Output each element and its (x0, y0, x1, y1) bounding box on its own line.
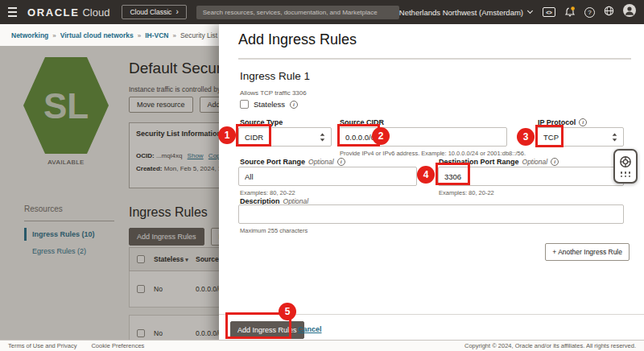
stateless-checkbox[interactable] (240, 100, 249, 109)
ocid-label: OCID: (136, 152, 155, 159)
help-icon[interactable] (584, 7, 595, 18)
destination-port-input[interactable] (438, 167, 624, 186)
resources-divider (24, 221, 114, 221)
panel-title: Add Ingress Rules (238, 31, 357, 48)
panel-divider (238, 58, 631, 60)
description-input[interactable] (238, 204, 624, 224)
ocid-value: ...mqi4xq (156, 152, 182, 159)
life-ring-icon (619, 155, 632, 168)
info-icon[interactable] (551, 158, 559, 166)
select-caret-icon (612, 133, 617, 142)
column-header-source: Source (196, 255, 219, 263)
ip-protocol-label: IP Protocol (538, 118, 587, 126)
breadcrumb-separator-icon (52, 31, 56, 39)
source-cidr-label: Source CIDR (340, 118, 384, 126)
cloud-classic-button[interactable]: Cloud Classic (122, 5, 186, 19)
logo-oracle-text: ORACLE (27, 6, 80, 19)
avatar[interactable] (623, 4, 636, 20)
destination-port-helper: Examples: 80, 20-22 (439, 189, 494, 196)
svg-text:SL: SL (43, 86, 89, 126)
breadcrumb-vcns[interactable]: Virtual cloud networks (60, 31, 134, 39)
cell-stateless: No (154, 329, 196, 337)
globe-language-icon[interactable] (604, 5, 614, 19)
move-resource-button[interactable]: Move resource (129, 97, 193, 113)
add-ingress-rules-panel: Add Ingress Rules Ingress Rule 1 Allows … (219, 24, 644, 340)
cloud-shell-icon[interactable] (543, 7, 555, 17)
rule-subheading: Allows TCP traffic 3306 (240, 89, 307, 97)
source-type-label: Source Type (240, 118, 283, 126)
created-line: Created: Mon, Feb 5, 2024, 11 (136, 165, 231, 172)
topbar-icons (543, 4, 636, 20)
topbar: ORACLE Cloud Cloud Classic Netherlands N… (0, 0, 644, 24)
description-helper: Maximum 255 characters (240, 227, 308, 234)
source-type-value: CIDR (245, 133, 263, 142)
breadcrumb-networking[interactable]: Networking (11, 31, 48, 39)
ocid-line: OCID: ...mqi4xq Show Copy (136, 152, 231, 159)
destination-port-label: Destination Port Range Optional (439, 158, 559, 166)
stateless-row: Stateless (240, 100, 298, 109)
info-icon[interactable] (290, 101, 298, 109)
source-port-input[interactable] (238, 167, 417, 186)
row-checkbox[interactable] (137, 329, 145, 337)
chevron-down-icon (527, 8, 533, 14)
another-ingress-rule-button[interactable]: + Another Ingress Rule (545, 243, 630, 261)
row-checkbox[interactable] (137, 285, 145, 293)
stateless-label: Stateless (254, 100, 285, 109)
sidebar-item-ingress-rules[interactable]: Ingress Rules (10) (24, 228, 95, 241)
breadcrumb-ih-vcn[interactable]: IH-VCN (145, 31, 168, 39)
sidebar-item-egress-rules[interactable]: Egress Rules (2) (32, 247, 86, 255)
copyright-text: Copyright © 2024, Oracle and/or its affi… (464, 342, 636, 349)
bg-add-ingress-rules-button[interactable]: Add Ingress Rules (129, 228, 204, 246)
chevron-right-icon (175, 8, 178, 16)
cookie-preferences-link[interactable]: Cookie Preferences (91, 342, 144, 349)
ip-protocol-value: TCP (543, 133, 559, 142)
region-label: Netherlands Northwest (Amsterdam) (399, 8, 523, 17)
created-value: Mon, Feb 5, 2024, 11 (164, 165, 225, 172)
panel-footer-divider (219, 314, 644, 315)
select-caret-icon (320, 133, 325, 142)
breadcrumb-separator-icon (172, 31, 175, 39)
source-type-select[interactable]: CIDR (238, 127, 332, 147)
info-icon[interactable] (337, 158, 345, 166)
screen: ORACLE Cloud Cloud Classic Netherlands N… (0, 0, 644, 351)
created-label: Created: (136, 165, 162, 172)
cell-stateless: No (154, 285, 196, 293)
oracle-cloud-logo: ORACLE Cloud (27, 6, 109, 19)
source-port-label: Source Port Range Optional (240, 158, 345, 166)
drag-handle-icon[interactable] (621, 171, 631, 177)
page-footer: Terms of Use and Privacy Cookie Preferen… (0, 340, 644, 351)
info-box-header: Security List Information (136, 130, 231, 138)
column-header-stateless[interactable]: Stateless (154, 255, 196, 263)
resources-header: Resources (24, 204, 63, 213)
info-icon[interactable] (579, 118, 587, 126)
rule-heading: Ingress Rule 1 (240, 70, 310, 82)
sort-desc-icon (184, 255, 188, 263)
page-subtitle: Instance traffic is controlled by fire (129, 85, 232, 93)
source-port-helper: Examples: 80, 20-22 (240, 189, 295, 196)
source-cidr-helper: Provide IPv4 or IPv6 address. Example: 1… (340, 150, 526, 157)
status-badge: AVAILABLE (23, 159, 109, 166)
show-ocid-link[interactable]: Show (188, 152, 204, 159)
logo-cloud-text: Cloud (82, 6, 109, 19)
ip-protocol-select[interactable]: TCP (537, 127, 624, 147)
breadcrumb-separator-icon (138, 31, 141, 39)
region-selector[interactable]: Netherlands Northwest (Amsterdam) (399, 8, 532, 17)
floating-help-widget[interactable] (613, 149, 638, 184)
cloud-classic-label: Cloud Classic (130, 8, 171, 16)
menu-icon[interactable] (8, 7, 17, 17)
select-all-checkbox[interactable] (137, 255, 145, 263)
search-input[interactable] (196, 6, 399, 19)
terms-link[interactable]: Terms of Use and Privacy (8, 342, 76, 349)
ingress-rules-heading: Ingress Rules (129, 205, 208, 220)
cancel-link[interactable]: Cancel (298, 325, 322, 333)
source-cidr-input[interactable] (339, 127, 507, 147)
security-list-hexagon-icon: SL (23, 56, 109, 155)
submit-add-ingress-rules-button[interactable]: Add Ingress Rules (230, 321, 304, 339)
notifications-bell-icon[interactable] (564, 6, 576, 18)
